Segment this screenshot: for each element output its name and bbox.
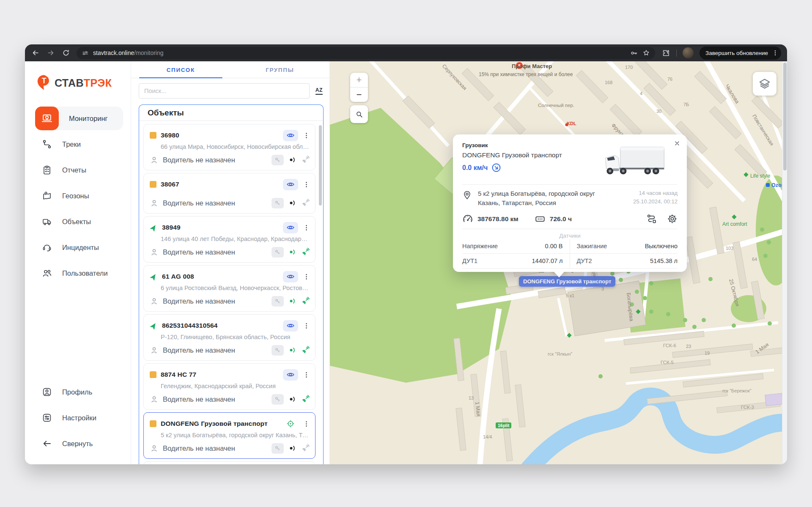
sidebar-item-label: Мониторинг (69, 115, 108, 123)
gear-icon[interactable] (667, 214, 678, 224)
sort-az-button[interactable]: AZ (315, 87, 323, 95)
visibility-eye-button[interactable] (283, 320, 298, 332)
status-parked-icon (150, 181, 156, 188)
sidebar-item-tracks[interactable]: Треки (35, 132, 123, 156)
zoom-out-button[interactable]: − (350, 88, 368, 102)
vehicle-card[interactable]: 36980 66 улица Мира, Новосибирск, Новоси… (143, 124, 315, 170)
logo-pin-icon (35, 74, 53, 92)
satellite-icon (301, 198, 310, 208)
geozones-icon (42, 191, 52, 201)
visibility-eye-button[interactable] (283, 369, 298, 381)
sidebar-item-geozones[interactable]: Геозоны (35, 184, 123, 208)
vehicle-card[interactable]: 862531044310564 Р-120, Глинищево, Брянск… (143, 314, 315, 361)
card-menu-button[interactable] (302, 370, 310, 379)
locate-target-button[interactable] (283, 418, 298, 430)
reload-icon[interactable] (61, 48, 71, 58)
sidebar-item-label: Пользователи (62, 269, 108, 277)
finish-update-button[interactable]: Завершить обновление (700, 47, 781, 60)
truck-icon (42, 217, 52, 227)
site-info-icon[interactable] (82, 49, 89, 57)
back-icon[interactable] (31, 48, 40, 58)
driver-label: Водитель не назначен (163, 346, 235, 354)
direction-icon[interactable] (491, 163, 501, 173)
visibility-eye-button[interactable] (283, 179, 298, 190)
sidebar-item-profile[interactable]: Профиль (35, 380, 123, 404)
ignition-icon (288, 395, 296, 403)
list-scrollbar[interactable] (319, 125, 322, 206)
panel-tabs: СПИСОК ГРУППЫ (131, 61, 329, 78)
card-menu-button[interactable] (302, 223, 310, 232)
vehicle-card[interactable]: DONGFENG Грузовой траснспорт 71 улица Пе… (143, 461, 315, 464)
visibility-eye-button[interactable] (283, 222, 298, 233)
popup-odometer: 387678.80 км (477, 215, 518, 223)
zoom-in-button[interactable]: + (350, 73, 368, 87)
vehicle-title: 36980 (161, 132, 179, 139)
vehicle-card[interactable]: 61 AG 008 6 улица Ростовский Выезд, Ново… (143, 265, 315, 312)
monitoring-icon (35, 107, 59, 130)
close-icon[interactable] (672, 139, 682, 148)
sidebar-item-reports[interactable]: Отчеты (35, 158, 123, 182)
logo[interactable]: СТАВТРЭК (25, 61, 131, 94)
vehicle-card-selected[interactable]: DONGFENG Грузовой транспорт 5 к2 улица Б… (143, 412, 315, 459)
forward-icon[interactable] (46, 48, 55, 58)
bookmark-star-icon[interactable] (642, 49, 650, 57)
address-bar[interactable]: stavtrack.online/monitoring (77, 47, 655, 59)
vehicle-card[interactable]: 38067 Водитель не назначен (143, 173, 315, 214)
reports-icon (42, 165, 52, 175)
card-menu-button[interactable] (302, 272, 310, 281)
vehicle-card[interactable]: 8874 НС 77 Геленджик, Краснодарский край… (143, 363, 315, 410)
card-menu-button[interactable] (302, 180, 310, 189)
ignition-icon (288, 297, 296, 305)
sidebar-item-objects[interactable]: Объекты (35, 210, 123, 233)
satellite-icon (301, 296, 310, 306)
visibility-eye-button[interactable] (283, 130, 298, 141)
driver-label: Водитель не назначен (163, 297, 235, 305)
popup-last-update: 14 часов назад25.10.2024, 00:12 (633, 189, 678, 206)
tab-groups[interactable]: ГРУППЫ (230, 61, 330, 78)
vehicle-card[interactable]: 38949 146 улица 40 лет Победы, Краснодар… (143, 216, 315, 263)
headset-icon (42, 242, 52, 252)
status-parked-icon (150, 420, 156, 427)
sidebar-item-monitoring[interactable]: Мониторинг (35, 107, 123, 130)
collapse-arrow-icon (42, 438, 52, 449)
satellite-icon (301, 155, 310, 164)
sidebar-item-settings[interactable]: Настройки (35, 406, 123, 430)
profile-avatar[interactable] (683, 47, 694, 58)
objects-list: 36980 66 улица Мира, Новосибирск, Новоси… (139, 121, 323, 464)
search-input[interactable] (139, 83, 310, 99)
vehicle-marker-label[interactable]: DONGFENG Грузовой транспорт (519, 276, 615, 287)
vehicle-address: 5 к2 улица Богатырёва, городской округ К… (161, 432, 310, 438)
collapse-label: Свернуть (62, 440, 93, 448)
finish-update-label: Завершить обновление (705, 50, 768, 56)
route-icon[interactable] (646, 214, 657, 224)
map[interactable]: Профи Мастер 15% при химчистке трех веще… (330, 61, 787, 464)
sidebar-item-incidents[interactable]: Инциденты (35, 236, 123, 259)
tab-list[interactable]: СПИСОК (131, 61, 230, 78)
vehicle-address: 6 улица Ростовский Выезд, Новочеркасск, … (161, 285, 310, 291)
vehicle-title: 38949 (162, 224, 181, 231)
map-search-button[interactable] (350, 105, 368, 123)
map-scrollbar[interactable] (783, 63, 787, 170)
visibility-eye-button[interactable] (283, 271, 298, 282)
sidebar-collapse[interactable]: Свернуть (35, 432, 123, 455)
extensions-icon[interactable] (661, 48, 670, 58)
sidebar-item-label: Объекты (62, 218, 91, 226)
driver-icon (150, 156, 159, 164)
card-menu-button[interactable] (302, 131, 310, 140)
sidebar-nav: Мониторинг Треки Отчеты Геозоны Объекты (25, 104, 131, 287)
card-menu-button[interactable] (302, 321, 310, 330)
sidebar-item-users[interactable]: Пользователи (35, 261, 123, 285)
key-icon (272, 394, 284, 405)
password-key-icon[interactable] (630, 49, 638, 57)
card-menu-button[interactable] (302, 419, 310, 428)
layers-button[interactable] (753, 72, 776, 96)
vehicle-address: Р-120, Глинищево, Брянская область, Росс… (161, 334, 310, 340)
engine-hours-icon (535, 214, 546, 225)
sensor-name: ДУТ2 (577, 258, 592, 264)
satellite-icon (301, 395, 310, 404)
zoom-control: + − (350, 73, 368, 102)
popup-engine-hours: 726.0 ч (550, 215, 572, 223)
status-moving-icon (150, 273, 158, 281)
browser-window: stavtrack.online/monitoring Завершить об… (25, 44, 787, 464)
vehicle-title: 38067 (161, 181, 179, 188)
